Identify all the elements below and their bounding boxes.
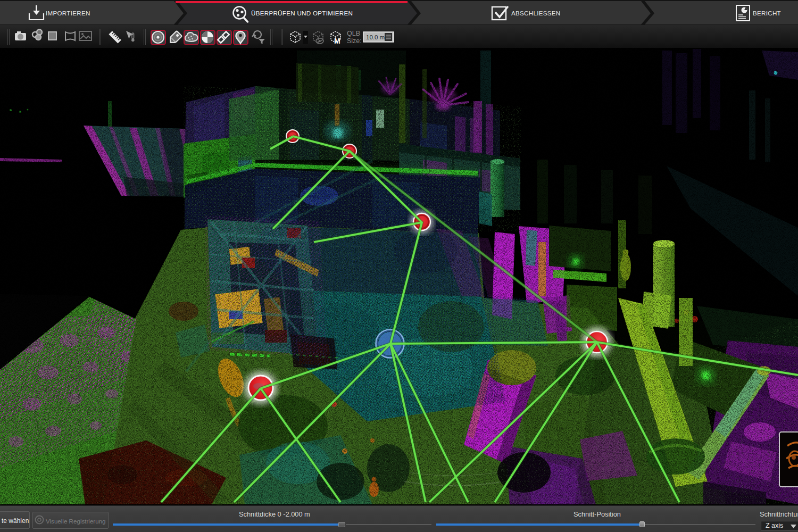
svg-text:M: M <box>334 37 340 45</box>
svg-text:10.0 m: 10.0 m <box>366 34 385 40</box>
svg-text:Size:: Size: <box>347 37 362 45</box>
svg-text:QLB: QLB <box>347 30 360 37</box>
